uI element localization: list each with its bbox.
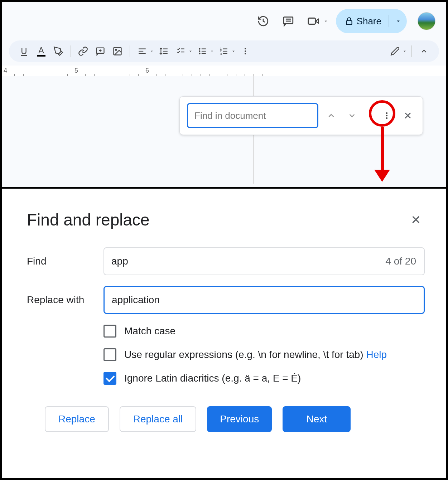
svg-rect-23 (202, 48, 206, 49)
find-previous-icon[interactable] (323, 108, 339, 123)
underline-button[interactable]: U (16, 43, 32, 59)
image-button[interactable] (110, 43, 125, 59)
next-button[interactable]: Next (283, 406, 351, 432)
chevron-down-icon (149, 49, 154, 54)
add-comment-button[interactable] (92, 43, 108, 59)
ignore-diacritics-label: Ignore Latin diacritics (e.g. ä = a, E =… (124, 373, 301, 384)
ruler: 4 5 6 (2, 66, 446, 76)
dialog-title: Find and replace (27, 210, 150, 229)
match-case-checkbox[interactable] (103, 325, 116, 338)
find-bar: ✕ (179, 96, 423, 135)
regex-checkbox[interactable] (103, 348, 116, 361)
text-color-button[interactable]: A (33, 43, 49, 59)
find-close-icon[interactable]: ✕ (400, 108, 415, 123)
svg-rect-3 (308, 18, 315, 24)
svg-rect-5 (346, 21, 352, 25)
header-bar: Share (2, 2, 446, 37)
svg-point-34 (245, 53, 246, 54)
svg-point-21 (199, 50, 200, 52)
numbered-list-button[interactable]: 123 (216, 43, 236, 59)
svg-rect-24 (202, 51, 206, 52)
regex-label: Use regular expressions (e.g. \n for new… (124, 349, 366, 360)
help-link[interactable]: Help (366, 349, 387, 360)
collapse-toolbar-icon[interactable] (416, 43, 432, 59)
replace-button[interactable]: Replace (45, 406, 109, 432)
svg-point-36 (386, 115, 387, 116)
top-section: Share U A (2, 2, 446, 189)
bulleted-list-button[interactable] (194, 43, 215, 59)
share-label: Share (357, 16, 381, 27)
replace-all-button[interactable]: Replace all (120, 406, 197, 432)
align-button[interactable] (134, 43, 154, 59)
checklist-button[interactable] (173, 43, 193, 59)
result-count: 4 of 20 (385, 256, 416, 267)
toolbar: U A 123 (9, 40, 439, 62)
svg-point-22 (199, 53, 200, 54)
meet-button[interactable] (304, 12, 329, 30)
find-replace-dialog: Find and replace ✕ Find 4 of 20 Replace … (2, 189, 446, 450)
share-button[interactable]: Share (336, 9, 407, 33)
close-icon[interactable]: ✕ (407, 211, 425, 229)
svg-point-35 (386, 112, 387, 114)
find-in-document-input[interactable] (187, 103, 318, 128)
chevron-down-icon (323, 18, 329, 24)
svg-point-32 (245, 48, 246, 49)
svg-rect-25 (202, 53, 206, 54)
match-case-label: Match case (124, 325, 175, 337)
highlight-button[interactable] (50, 43, 66, 59)
lock-icon (345, 16, 354, 26)
video-icon (304, 12, 322, 30)
avatar[interactable] (418, 12, 435, 30)
find-label: Find (27, 256, 103, 267)
svg-point-37 (386, 117, 387, 119)
line-spacing-button[interactable] (156, 43, 172, 59)
replace-input[interactable] (103, 286, 425, 314)
find-input[interactable] (103, 247, 425, 275)
previous-button[interactable]: Previous (207, 406, 272, 432)
svg-rect-0 (284, 17, 293, 24)
svg-point-10 (115, 49, 117, 50)
replace-label: Replace with (27, 294, 103, 306)
share-dropdown[interactable] (391, 14, 405, 28)
editing-mode-button[interactable] (387, 43, 407, 59)
ignore-diacritics-checkbox[interactable] (103, 372, 116, 385)
find-more-options-icon[interactable] (379, 108, 395, 123)
link-button[interactable] (75, 43, 91, 59)
find-next-icon[interactable] (344, 108, 360, 123)
more-tools-icon[interactable] (237, 43, 253, 59)
svg-text:3: 3 (220, 52, 222, 56)
history-icon[interactable] (254, 12, 272, 30)
svg-point-33 (245, 50, 246, 52)
comments-icon[interactable] (279, 12, 297, 30)
svg-point-20 (199, 48, 200, 49)
